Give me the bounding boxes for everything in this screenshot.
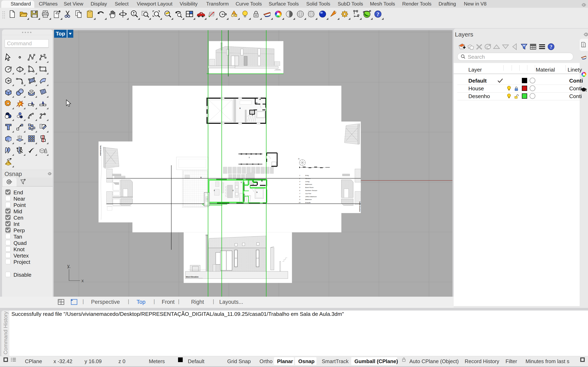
svg-text:9: 9 bbox=[252, 114, 253, 116]
svg-text:7: 7 bbox=[249, 157, 250, 159]
svg-text:6: 6 bbox=[299, 190, 300, 192]
svg-text:Ensuite: Ensuite bbox=[305, 202, 311, 203]
svg-text:Kitchen: Kitchen bbox=[305, 178, 311, 179]
svg-text:x: x bbox=[81, 278, 84, 283]
svg-text:2: 2 bbox=[299, 178, 300, 179]
svg-text:?: ? bbox=[377, 11, 380, 17]
svg-text:7: 7 bbox=[299, 193, 300, 194]
svg-text:Office/ Bedroom: Office/ Bedroom bbox=[305, 196, 317, 198]
svg-text:10: 10 bbox=[255, 102, 258, 104]
svg-text:Bathroom: Bathroom bbox=[305, 184, 312, 185]
svg-text:Northern Terrace: Northern Terrace bbox=[305, 190, 317, 192]
svg-text:10: 10 bbox=[299, 202, 301, 203]
svg-text:Bedroom: Bedroom bbox=[305, 199, 312, 200]
svg-text:Entry: Entry bbox=[305, 175, 309, 176]
svg-text:2: 2 bbox=[233, 189, 233, 192]
svg-text:Car Port: Car Port bbox=[305, 193, 311, 194]
svg-text:3: 3 bbox=[299, 181, 300, 183]
svg-text:8: 8 bbox=[240, 107, 241, 109]
svg-text:1: 1 bbox=[299, 175, 300, 176]
svg-text:5: 5 bbox=[299, 187, 300, 188]
svg-text:4: 4 bbox=[299, 184, 300, 185]
svg-text:9: 9 bbox=[299, 199, 300, 200]
svg-text:Living: Living bbox=[305, 181, 310, 183]
svg-text:3: 3 bbox=[214, 189, 215, 192]
svg-text:Bunk Room: Bunk Room bbox=[305, 187, 314, 188]
svg-text:6: 6 bbox=[200, 176, 201, 178]
svg-text:South Elevation: South Elevation bbox=[359, 201, 361, 212]
svg-text:North Elevation: North Elevation bbox=[100, 146, 101, 156]
svg-text:4: 4 bbox=[252, 184, 254, 186]
svg-text:?: ? bbox=[550, 44, 553, 50]
svg-text:y: y bbox=[67, 263, 70, 268]
svg-text:West Elevation: West Elevation bbox=[186, 276, 199, 278]
svg-text:5: 5 bbox=[256, 191, 258, 193]
svg-text:N: N bbox=[298, 158, 300, 160]
svg-text:8: 8 bbox=[299, 196, 300, 198]
svg-text:1: 1 bbox=[241, 181, 242, 183]
